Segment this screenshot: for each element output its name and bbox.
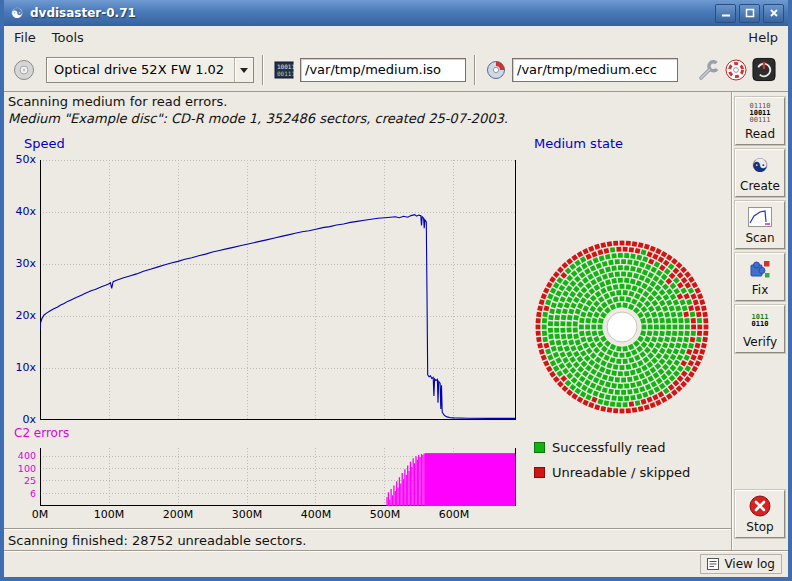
speed-tick-label: 50x <box>4 153 36 166</box>
c2-errors-title: C2 errors <box>14 426 69 440</box>
log-icon <box>707 558 719 570</box>
iso-file-icon: 1001100111 <box>272 58 296 82</box>
maximize-icon <box>745 8 755 18</box>
separator <box>4 528 731 530</box>
x-tick-label: 400M <box>296 508 336 521</box>
toolbar: Optical drive 52X FW 1.02 1001100111 <box>4 48 788 92</box>
legend-unreadable-label: Unreadable / skipped <box>552 465 690 480</box>
c2-tick-label: 25 <box>4 475 36 486</box>
fix-button[interactable]: Fix <box>735 253 785 301</box>
app-icon: ☯ <box>8 5 26 21</box>
speed-chart-title: Speed <box>24 136 65 151</box>
create-label: Create <box>736 179 784 193</box>
dvdisaster-logo-button[interactable] <box>724 58 748 82</box>
c2-tick-label: 100 <box>4 463 36 474</box>
view-log-label: View log <box>724 557 775 571</box>
finished-status: Scanning finished: 28752 unreadable sect… <box>8 533 306 548</box>
c2-errors-chart <box>40 448 516 506</box>
c2-tick-label: 6 <box>4 488 36 499</box>
scan-results-panel: Scanning medium for read errors. Medium … <box>4 92 731 550</box>
unreadable-swatch <box>534 467 545 478</box>
drive-selector-value: Optical drive 52X FW 1.02 <box>54 62 224 77</box>
x-tick-label: 200M <box>158 508 198 521</box>
scan-chart-icon <box>736 204 784 230</box>
titlebar[interactable]: ☯ dvdisaster-0.71 <box>4 0 788 26</box>
drive-selector[interactable]: Optical drive 52X FW 1.02 <box>46 57 254 83</box>
menu-help[interactable]: Help <box>740 28 786 47</box>
speed-tick-label: 0x <box>4 413 36 426</box>
toolbar-separator <box>474 55 476 85</box>
maximize-button[interactable] <box>739 4 760 23</box>
app-window: ☯ dvdisaster-0.71 File Tools Help Optica… <box>0 0 792 581</box>
wrench-icon <box>696 58 720 82</box>
read-label: Read <box>736 127 784 141</box>
quit-button[interactable] <box>752 58 776 82</box>
svg-text:00111: 00111 <box>277 70 294 77</box>
puzzle-icon <box>736 256 784 282</box>
status-line-1: Scanning medium for read errors. <box>8 94 227 109</box>
drive-icon <box>12 58 36 82</box>
fix-label: Fix <box>736 283 784 297</box>
power-icon <box>752 57 776 82</box>
svg-text:10011: 10011 <box>277 63 294 70</box>
window-controls <box>712 4 784 23</box>
medium-state-title: Medium state <box>534 136 623 151</box>
action-sidebar: 01110 10011 00111 Read ☯ Create Scan <box>731 92 788 550</box>
main-area: Scanning medium for read errors. Medium … <box>4 92 788 550</box>
stop-icon <box>736 493 784 519</box>
scan-label: Scan <box>736 231 784 245</box>
c2-tick-label: 400 <box>4 450 36 461</box>
toolbar-separator <box>262 55 264 85</box>
preferences-wrench-button[interactable] <box>696 58 720 82</box>
speed-tick-label: 40x <box>4 205 36 218</box>
scan-button[interactable]: Scan <box>735 201 785 249</box>
dvdisaster-logo-icon <box>724 58 748 82</box>
x-tick-label: 300M <box>227 508 267 521</box>
status-line-2: Medium "Example disc": CD-R mode 1, 3524… <box>8 111 508 126</box>
ecc-path-input[interactable] <box>512 58 678 82</box>
x-tick-label: 100M <box>89 508 129 521</box>
chevron-down-icon <box>240 68 248 77</box>
minimize-icon <box>721 8 731 18</box>
read-button[interactable]: 01110 10011 00111 Read <box>735 97 785 145</box>
stop-button[interactable]: Stop <box>735 490 785 538</box>
x-tick-label: 600M <box>434 508 474 521</box>
view-log-button[interactable]: View log <box>700 554 782 574</box>
success-swatch <box>534 442 545 453</box>
ecc-file-icon <box>484 58 508 82</box>
window-title: dvdisaster-0.71 <box>30 6 136 20</box>
drive-selector-arrow <box>234 58 253 82</box>
read-binary-icon: 01110 10011 00111 <box>736 100 784 126</box>
yin-yang-icon: ☯ <box>736 152 784 178</box>
legend-success-label: Successfully read <box>552 440 665 455</box>
verify-button[interactable]: 1011 0110 Verify <box>735 305 785 353</box>
medium-state-disc <box>527 232 717 422</box>
menubar: File Tools Help <box>4 26 788 48</box>
speed-tick-label: 30x <box>4 257 36 270</box>
footer-bar: View log <box>4 550 788 577</box>
iso-path-input[interactable] <box>300 58 466 82</box>
legend-unreadable: Unreadable / skipped <box>534 465 690 480</box>
stop-label: Stop <box>736 520 784 534</box>
x-tick-label: 500M <box>365 508 405 521</box>
verify-binary-icon: 1011 0110 <box>736 308 784 334</box>
close-button[interactable] <box>763 4 784 23</box>
minimize-button[interactable] <box>715 4 736 23</box>
speed-chart <box>40 160 516 420</box>
create-button[interactable]: ☯ Create <box>735 149 785 197</box>
verify-label: Verify <box>736 335 784 349</box>
speed-tick-label: 20x <box>4 309 36 322</box>
legend-success: Successfully read <box>534 440 665 455</box>
x-tick-label: 0M <box>20 508 60 521</box>
menu-file[interactable]: File <box>6 28 44 47</box>
menu-tools[interactable]: Tools <box>44 28 92 47</box>
close-icon <box>769 8 779 18</box>
speed-tick-label: 10x <box>4 361 36 374</box>
